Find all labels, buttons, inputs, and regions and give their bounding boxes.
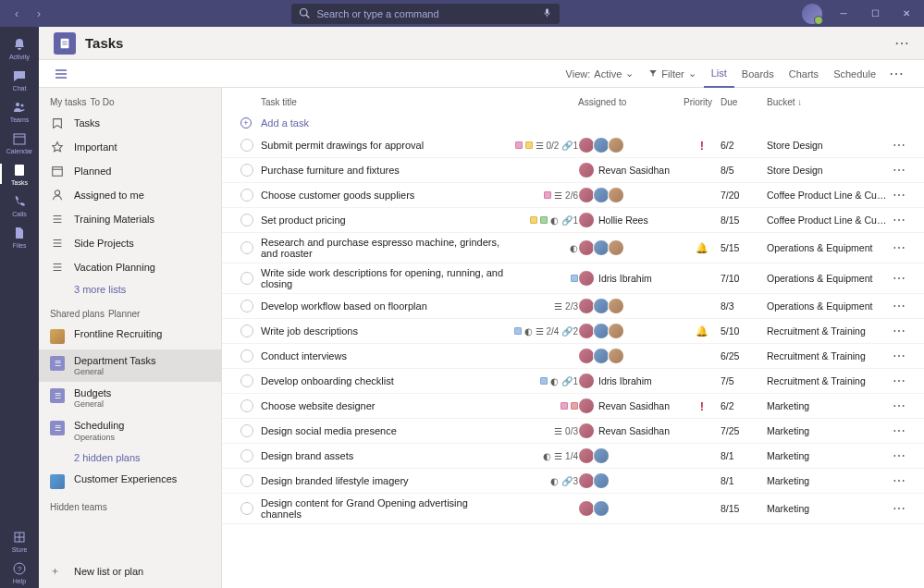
svg-rect-13 bbox=[61, 38, 69, 48]
hamburger-icon[interactable] bbox=[54, 67, 68, 81]
rail-chat[interactable]: Chat bbox=[0, 64, 39, 95]
task-row[interactable]: Develop onboarding checklist ◐🔗1 Idris I… bbox=[222, 369, 924, 394]
complete-toggle[interactable] bbox=[240, 374, 253, 387]
tab-boards[interactable]: Boards bbox=[734, 60, 782, 88]
header-more[interactable]: ⋯ bbox=[894, 34, 909, 52]
list-item[interactable]: Important bbox=[39, 135, 221, 159]
complete-toggle[interactable] bbox=[240, 139, 253, 152]
user-avatar[interactable] bbox=[802, 4, 822, 24]
task-more[interactable]: ⋯ bbox=[887, 299, 906, 313]
rail-calendar[interactable]: Calendar bbox=[0, 127, 39, 158]
tab-list[interactable]: List bbox=[704, 60, 734, 88]
complete-toggle[interactable] bbox=[240, 349, 253, 362]
task-more[interactable]: ⋯ bbox=[887, 398, 906, 413]
rail-store[interactable]: Store bbox=[0, 525, 39, 557]
complete-toggle[interactable] bbox=[240, 502, 253, 515]
col-bucket[interactable]: Bucket ↓ bbox=[767, 97, 887, 107]
list-item[interactable]: Vacation Planning bbox=[39, 255, 221, 279]
complete-toggle[interactable] bbox=[240, 272, 253, 285]
nav-back[interactable]: ‹ bbox=[7, 5, 26, 23]
complete-toggle[interactable] bbox=[240, 325, 253, 337]
filter-button[interactable]: Filter ⌄ bbox=[641, 60, 703, 88]
new-list-button[interactable]: ＋ New list or plan bbox=[39, 554, 221, 588]
page-header: Tasks ⋯ bbox=[39, 27, 924, 60]
minimize-button[interactable]: ─ bbox=[833, 4, 854, 24]
complete-toggle[interactable] bbox=[240, 241, 253, 254]
plan-item[interactable]: ☰BudgetsGeneral bbox=[39, 382, 221, 414]
rail-calls[interactable]: Calls bbox=[0, 190, 39, 221]
plan-item[interactable]: Frontline Recruiting bbox=[39, 323, 221, 349]
list-item[interactable]: Assigned to me bbox=[39, 183, 221, 207]
rail-activity[interactable]: Activity bbox=[0, 32, 39, 64]
task-more[interactable]: ⋯ bbox=[887, 423, 906, 438]
complete-toggle[interactable] bbox=[240, 300, 253, 312]
task-row[interactable]: Design content for Grand Opening adverti… bbox=[222, 494, 924, 524]
rail-files[interactable]: Files bbox=[0, 221, 39, 252]
task-more[interactable]: ⋯ bbox=[887, 374, 906, 388]
list-item[interactable]: Planned bbox=[39, 159, 221, 183]
task-more[interactable]: ⋯ bbox=[887, 188, 906, 202]
rail-help[interactable]: ? Help bbox=[0, 557, 39, 588]
task-more[interactable]: ⋯ bbox=[887, 448, 906, 463]
task-more[interactable]: ⋯ bbox=[887, 213, 906, 227]
rail-tasks[interactable]: Tasks bbox=[0, 158, 39, 190]
task-more[interactable]: ⋯ bbox=[887, 138, 906, 153]
task-row[interactable]: Set product pricing ◐🔗1 Hollie Rees 8/15… bbox=[222, 208, 924, 233]
col-priority[interactable]: Priority bbox=[684, 97, 721, 107]
complete-toggle[interactable] bbox=[240, 189, 253, 202]
hidden-teams[interactable]: Hidden teams bbox=[39, 495, 221, 520]
col-due[interactable]: Due bbox=[721, 97, 767, 107]
view-selector[interactable]: View: Active ⌄ bbox=[559, 60, 642, 88]
task-bucket: Recruitment & Training bbox=[767, 375, 887, 386]
task-row[interactable]: Write job descriptions ◐☰ 2/4🔗2 🔔 5/10 R… bbox=[222, 319, 924, 344]
complete-toggle[interactable] bbox=[240, 399, 253, 412]
mic-icon[interactable] bbox=[542, 7, 552, 19]
complete-toggle[interactable] bbox=[240, 449, 253, 462]
task-row[interactable]: Design branded lifestyle imagery ◐🔗3 8/1… bbox=[222, 469, 924, 494]
task-more[interactable]: ⋯ bbox=[887, 271, 906, 286]
list-item[interactable]: Tasks bbox=[39, 111, 221, 135]
task-row[interactable]: Design brand assets ◐☰ 1/4 8/1 Marketing… bbox=[222, 444, 924, 469]
command-search[interactable]: Search or type a command bbox=[291, 4, 560, 24]
toolbar-more[interactable]: ⋯ bbox=[883, 65, 909, 82]
task-more[interactable]: ⋯ bbox=[887, 324, 906, 338]
complete-toggle[interactable] bbox=[240, 164, 253, 177]
task-more[interactable]: ⋯ bbox=[887, 349, 906, 363]
task-row[interactable]: Choose website designer Revan Sasidhan !… bbox=[222, 394, 924, 419]
task-row[interactable]: Conduct interviews 6/25 Recruitment & Tr… bbox=[222, 344, 924, 369]
task-bucket: Store Design bbox=[767, 140, 887, 151]
maximize-button[interactable]: ☐ bbox=[865, 4, 885, 24]
task-row[interactable]: Choose customer goods suppliers ☰ 2/6 7/… bbox=[222, 183, 924, 208]
close-button[interactable]: ✕ bbox=[896, 4, 917, 24]
hidden-plans-link[interactable]: 2 hidden plans bbox=[39, 447, 221, 468]
plan-item[interactable]: ☰Department TasksGeneral bbox=[39, 349, 221, 382]
rail-teams[interactable]: Teams bbox=[0, 95, 39, 127]
task-more[interactable]: ⋯ bbox=[887, 473, 906, 488]
task-row[interactable]: Develop workflow based on floorplan ☰ 2/… bbox=[222, 294, 924, 319]
list-item[interactable]: Training Materials bbox=[39, 207, 221, 231]
col-title[interactable]: Task title bbox=[261, 97, 504, 107]
plan-customer-experiences[interactable]: Customer Experiences bbox=[39, 468, 221, 495]
assignee-avatar bbox=[578, 212, 595, 228]
task-row[interactable]: Design social media presence ☰ 0/3 Revan… bbox=[222, 419, 924, 444]
col-assigned[interactable]: Assigned to bbox=[578, 97, 684, 107]
task-more[interactable]: ⋯ bbox=[887, 163, 906, 178]
task-row[interactable]: Submit permit drawings for approval ☰ 0/… bbox=[222, 133, 924, 158]
plan-item[interactable]: ☰SchedulingOperations bbox=[39, 414, 221, 447]
task-more[interactable]: ⋯ bbox=[887, 240, 906, 255]
task-more[interactable]: ⋯ bbox=[887, 501, 906, 516]
complete-toggle[interactable] bbox=[240, 214, 253, 227]
tab-schedule[interactable]: Schedule bbox=[826, 60, 883, 88]
complete-toggle[interactable] bbox=[240, 424, 253, 437]
task-assigned: Idris Ibrahim bbox=[578, 373, 684, 389]
list-item[interactable]: Side Projects bbox=[39, 231, 221, 255]
complete-toggle[interactable] bbox=[240, 474, 253, 487]
task-title: Research and purchase espresso machine, … bbox=[261, 237, 504, 259]
nav-forward[interactable]: › bbox=[30, 5, 48, 23]
more-lists-link[interactable]: 3 more lists bbox=[39, 279, 221, 300]
task-row[interactable]: Write side work descriptions for opening… bbox=[222, 263, 924, 294]
add-task-row[interactable]: + Add a task bbox=[222, 113, 924, 133]
task-row[interactable]: Purchase furniture and fixtures Revan Sa… bbox=[222, 158, 924, 183]
task-row[interactable]: Research and purchase espresso machine, … bbox=[222, 233, 924, 263]
tab-charts[interactable]: Charts bbox=[782, 60, 826, 88]
